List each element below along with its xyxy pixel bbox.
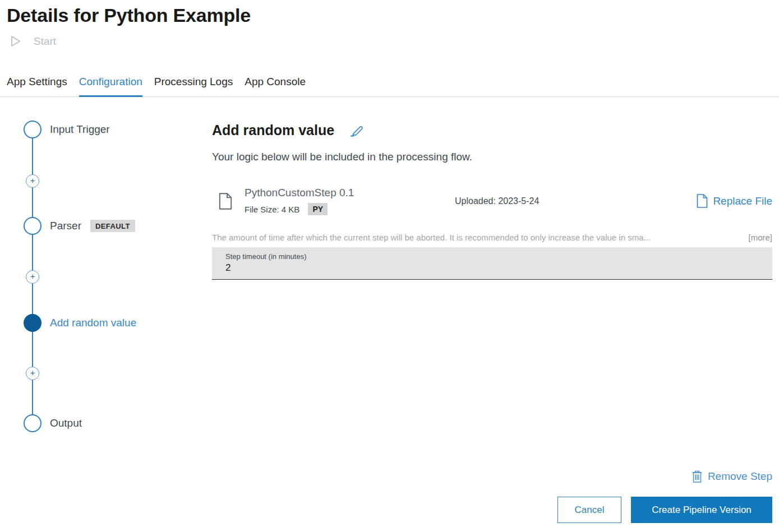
- plus-icon: +: [30, 368, 35, 377]
- cancel-button[interactable]: Cancel: [557, 497, 621, 523]
- details-page: Details for Python Example Start App Set…: [0, 0, 779, 532]
- document-icon: [697, 193, 708, 209]
- create-pipeline-version-button[interactable]: Create Pipeline Version: [631, 497, 772, 523]
- step-detail-panel: Add random value Your logic below will b…: [212, 97, 772, 456]
- uploaded-date: Uploaded: 2023-5-24: [455, 196, 539, 206]
- step-heading: Add random value: [212, 122, 334, 138]
- pencil-icon: [349, 123, 365, 137]
- file-type-badge: PY: [308, 203, 328, 215]
- file-info: PythonCustomStep 0.1 File Size: 4 KB PY: [245, 187, 455, 215]
- tab-configuration[interactable]: Configuration: [79, 76, 142, 96]
- step-label: Parser: [50, 220, 81, 232]
- step-circle-active[interactable]: [24, 314, 42, 332]
- step-label: Output: [50, 417, 82, 429]
- tab-bar: App Settings Configuration Processing Lo…: [0, 76, 779, 97]
- file-name: PythonCustomStep 0.1: [245, 187, 455, 199]
- step-label: Add random value: [50, 317, 136, 329]
- plus-icon: +: [30, 272, 35, 281]
- stepper-step-add-random-value[interactable]: Add random value: [24, 314, 136, 332]
- uploaded-file-row: PythonCustomStep 0.1 File Size: 4 KB PY …: [212, 187, 772, 215]
- add-step-button[interactable]: +: [26, 367, 39, 380]
- step-timeout-input[interactable]: [225, 262, 394, 274]
- default-badge: DEFAULT: [90, 220, 135, 232]
- step-circle[interactable]: [24, 414, 42, 432]
- step-circle[interactable]: [24, 121, 42, 138]
- flow-description: Your logic below will be included in the…: [212, 151, 772, 163]
- step-label: Input Trigger: [50, 123, 110, 136]
- add-step-button[interactable]: +: [26, 270, 39, 284]
- step-timeout-field[interactable]: Step timeout (in minutes): [212, 247, 772, 280]
- plus-icon: +: [30, 176, 35, 185]
- start-label: Start: [34, 35, 56, 48]
- tab-app-console[interactable]: App Console: [245, 76, 306, 96]
- trash-icon: [692, 470, 703, 483]
- more-link[interactable]: [more]: [748, 233, 772, 242]
- tab-app-settings[interactable]: App Settings: [7, 76, 67, 96]
- stepper-step-output[interactable]: Output: [24, 414, 82, 432]
- footer-actions: Remove Step Cancel Create Pipeline Versi…: [557, 470, 772, 523]
- document-icon: [219, 192, 232, 210]
- start-button[interactable]: Start: [8, 34, 56, 49]
- edit-step-name-button[interactable]: [349, 123, 365, 137]
- tab-processing-logs[interactable]: Processing Logs: [154, 76, 233, 96]
- timeout-description: The amount of time after which the curre…: [212, 233, 740, 242]
- remove-step-button[interactable]: Remove Step: [692, 470, 772, 483]
- pipeline-stepper: Input Trigger + Parser DEFAULT + Add ran…: [0, 97, 212, 456]
- step-timeout-label: Step timeout (in minutes): [225, 252, 772, 261]
- remove-step-label: Remove Step: [708, 470, 772, 483]
- play-icon: [8, 34, 22, 49]
- replace-file-label: Replace File: [713, 195, 772, 207]
- page-title: Details for Python Example: [7, 4, 779, 26]
- replace-file-button[interactable]: Replace File: [697, 193, 772, 209]
- stepper-step-input-trigger[interactable]: Input Trigger: [24, 121, 110, 138]
- add-step-button[interactable]: +: [26, 174, 39, 188]
- stepper-step-parser[interactable]: Parser DEFAULT: [24, 217, 135, 235]
- step-circle[interactable]: [24, 217, 42, 235]
- file-size: File Size: 4 KB: [245, 205, 299, 214]
